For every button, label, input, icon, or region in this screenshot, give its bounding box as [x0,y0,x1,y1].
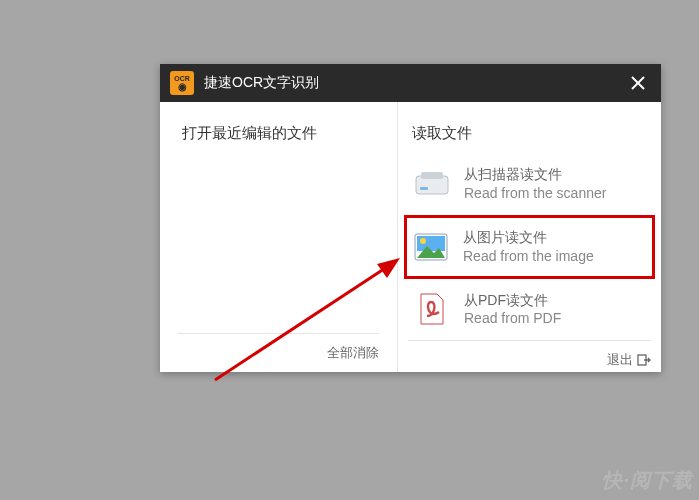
option-label-zh: 从PDF读文件 [464,291,561,310]
recent-files-panel: 打开最近编辑的文件 全部消除 [160,102,398,372]
scanner-icon [414,166,450,202]
clear-all-button[interactable]: 全部消除 [327,344,379,362]
svg-rect-4 [420,187,428,190]
ocr-start-dialog: OCR◉ 捷速OCR文字识别 打开最近编辑的文件 全部消除 读取文件 [160,64,661,372]
option-label-zh: 从扫描器读文件 [464,165,606,184]
exit-icon [637,353,651,367]
option-label-en: Read from PDF [464,309,561,328]
close-button[interactable] [623,68,653,98]
read-from-pdf-option[interactable]: 从PDF读文件 Read from PDF [408,283,651,337]
pdf-icon [414,291,450,327]
dialog-title: 捷速OCR文字识别 [204,74,623,92]
svg-point-7 [420,238,426,244]
watermark-text: 快·阅下载 [602,467,693,494]
title-bar: OCR◉ 捷速OCR文字识别 [160,64,661,102]
svg-rect-3 [421,172,443,179]
image-icon [413,229,449,265]
read-file-panel: 读取文件 从扫描器读文件 Read from the scanner [398,102,661,372]
close-icon [631,76,645,90]
recent-files-heading: 打开最近编辑的文件 [178,124,379,143]
option-label-en: Read from the scanner [464,184,606,203]
read-from-image-option[interactable]: 从图片读文件 Read from the image [404,215,655,279]
read-file-heading: 读取文件 [408,124,651,143]
dialog-body: 打开最近编辑的文件 全部消除 读取文件 从扫描器读文件 Read from [160,102,661,372]
ocr-logo-icon: OCR◉ [170,71,194,95]
read-from-scanner-option[interactable]: 从扫描器读文件 Read from the scanner [408,157,651,211]
option-label-zh: 从图片读文件 [463,228,594,247]
exit-label: 退出 [607,351,633,369]
exit-button[interactable]: 退出 [607,351,651,369]
option-label-en: Read from the image [463,247,594,266]
svg-rect-6 [417,236,445,251]
